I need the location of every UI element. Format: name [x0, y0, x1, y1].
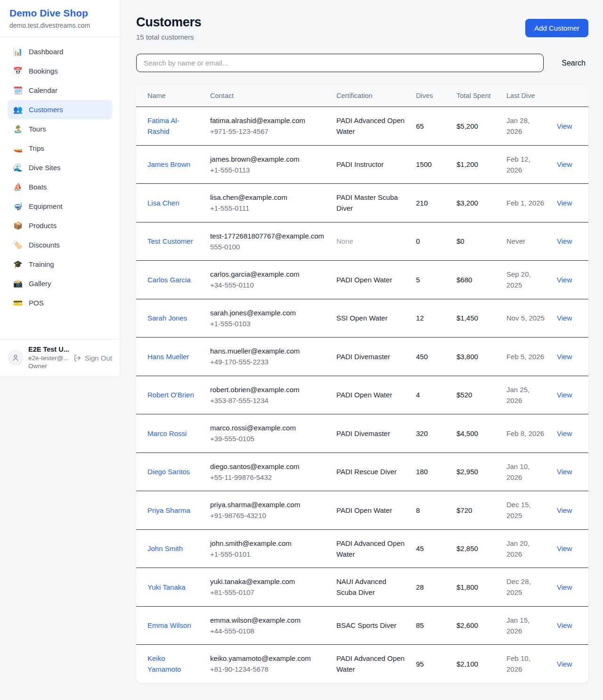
customer-last-dive: Jan 20, 2026 [501, 529, 551, 568]
table-row: Test Customer test-1772681807767@example… [136, 222, 588, 261]
view-link[interactable]: View [557, 276, 572, 284]
customer-certification: PADI Open Water [331, 491, 410, 530]
customer-dives: 85 [410, 606, 451, 645]
customer-total-spent: $1,200 [451, 145, 501, 184]
sidebar-item-gallery[interactable]: 📸 Gallery [8, 274, 112, 293]
table-row: Yuki Tanaka yuki.tanaka@example.com +81-… [136, 568, 588, 607]
customer-name-link[interactable]: Hans Mueller [147, 353, 189, 361]
sidebar-item-dashboard[interactable]: 📊 Dashboard [8, 42, 112, 61]
table-row: Lisa Chen lisa.chen@example.com +1-555-0… [136, 184, 588, 222]
sidebar-item-bookings[interactable]: 📅 Bookings [8, 61, 112, 81]
customer-count: 15 total customers [136, 33, 201, 41]
view-link[interactable]: View [557, 160, 572, 168]
sidebar-item-customers[interactable]: 👥 Customers [8, 100, 112, 119]
view-link[interactable]: View [557, 660, 572, 668]
table-row: Robert O'Brien robert.obrien@example.com… [136, 376, 588, 414]
gallery-icon: 📸 [13, 279, 23, 288]
customer-phone: +81-555-0107 [210, 587, 325, 598]
customer-phone: +1-555-0103 [210, 318, 325, 329]
view-link[interactable]: View [557, 429, 572, 437]
sidebar-item-pos[interactable]: 💳 POS [8, 293, 112, 313]
sidebar-item-products[interactable]: 📦 Products [8, 216, 112, 235]
view-link[interactable]: View [557, 391, 572, 399]
column-header-certification: Certification [331, 85, 410, 107]
table-row: Emma Wilson emma.wilson@example.com +44-… [136, 606, 588, 645]
table-row: Sarah Jones sarah.jones@example.com +1-5… [136, 299, 588, 338]
user-info: E2E Test U... e2e-tester@... Owner [28, 346, 69, 371]
calendar-icon: 🗓️ [13, 86, 23, 95]
view-link[interactable]: View [557, 468, 572, 476]
sidebar-item-dive-sites[interactable]: 🌊 Dive Sites [8, 158, 112, 177]
view-link[interactable]: View [557, 199, 572, 207]
trips-icon: 🚤 [13, 144, 23, 153]
table-header-row: Name Contact Certification Dives Total S… [136, 85, 588, 107]
sidebar-item-label: Tours [29, 125, 46, 133]
customer-certification: PADI Divemaster [331, 414, 410, 453]
customer-last-dive: Feb 8, 2026 [501, 414, 551, 453]
view-link[interactable]: View [557, 314, 572, 322]
customer-name-link[interactable]: Diego Santos [147, 468, 190, 476]
column-header-dives: Dives [410, 85, 451, 107]
sidebar-item-label: Calendar [29, 86, 57, 94]
customer-name-link[interactable]: John Smith [147, 544, 183, 552]
brand-title: Demo Dive Shop [9, 8, 110, 19]
customer-last-dive: Feb 5, 2026 [501, 338, 551, 376]
customer-dives: 180 [410, 453, 451, 491]
customer-certification: PADI Advanced Open Water [331, 529, 410, 568]
avatar [8, 350, 24, 366]
customer-name-link[interactable]: Marco Rossi [147, 429, 187, 437]
customer-certification: PADI Instructor [331, 145, 410, 184]
customer-certification: NAUI Advanced Scuba Diver [331, 568, 410, 607]
sidebar-item-calendar[interactable]: 🗓️ Calendar [8, 81, 112, 100]
customer-last-dive: Nov 5, 2025 [501, 299, 551, 338]
customer-email: james.brown@example.com [210, 154, 325, 165]
view-link[interactable]: View [557, 621, 572, 629]
search-button[interactable]: Search [559, 58, 588, 68]
sidebar-item-trips[interactable]: 🚤 Trips [8, 139, 112, 158]
sidebar-item-training[interactable]: 🎓 Training [8, 255, 112, 274]
view-link[interactable]: View [557, 237, 572, 245]
customer-name-link[interactable]: Emma Wilson [147, 621, 191, 629]
person-icon [11, 354, 20, 362]
column-header-total-spent: Total Spent [451, 85, 501, 107]
customer-name-link[interactable]: Keiko Yamamoto [147, 654, 181, 673]
customer-name-link[interactable]: Lisa Chen [147, 199, 179, 207]
sign-out-button[interactable]: Sign Out [73, 354, 112, 362]
customer-name-link[interactable]: Priya Sharma [147, 506, 190, 514]
user-name: E2E Test U... [28, 346, 69, 353]
view-link[interactable]: View [557, 122, 572, 130]
customer-certification: PADI Advanced Open Water [331, 645, 410, 683]
customer-certification: PADI Master Scuba Diver [331, 184, 410, 222]
customer-last-dive: Sep 20, 2025 [501, 261, 551, 299]
sidebar-item-boats[interactable]: ⛵ Boats [8, 177, 112, 197]
customer-certification: None [331, 222, 410, 261]
view-link[interactable]: View [557, 583, 572, 591]
sidebar-item-tours[interactable]: 🏝️ Tours [8, 119, 112, 139]
customer-phone: +353-87-555-1234 [210, 395, 325, 406]
search-input[interactable] [136, 54, 544, 72]
sidebar-item-discounts[interactable]: 🏷️ Discounts [8, 235, 112, 255]
customer-name-link[interactable]: Sarah Jones [147, 314, 187, 322]
customer-dives: 5 [410, 261, 451, 299]
customer-name-link[interactable]: James Brown [147, 160, 190, 168]
view-link[interactable]: View [557, 544, 572, 552]
column-header-last-dive: Last Dive [501, 85, 551, 107]
customer-name-link[interactable]: Fatima Al-Rashid [147, 116, 179, 135]
table-row: Diego Santos diego.santos@example.com +5… [136, 453, 588, 491]
sidebar: Demo Dive Shop demo.test.divestreams.com… [0, 0, 120, 377]
view-link[interactable]: View [557, 506, 572, 514]
customer-name-link[interactable]: Yuki Tanaka [147, 583, 186, 591]
sidebar-item-equipment[interactable]: 🤿 Equipment [8, 197, 112, 216]
add-customer-button[interactable]: Add Customer [525, 19, 588, 37]
customer-name-link[interactable]: Carlos Garcia [147, 276, 191, 284]
view-link[interactable]: View [557, 353, 572, 361]
customer-dives: 450 [410, 338, 451, 376]
customer-total-spent: $2,600 [451, 606, 501, 645]
customer-name-link[interactable]: Robert O'Brien [147, 391, 194, 399]
sidebar-item-label: Equipment [29, 202, 63, 210]
customer-certification: PADI Open Water [331, 376, 410, 414]
customer-certification: SSI Open Water [331, 299, 410, 338]
customer-name-link[interactable]: Test Customer [147, 237, 193, 245]
customer-total-spent: $3,200 [451, 184, 501, 222]
sidebar-item-label: Dashboard [29, 48, 63, 56]
